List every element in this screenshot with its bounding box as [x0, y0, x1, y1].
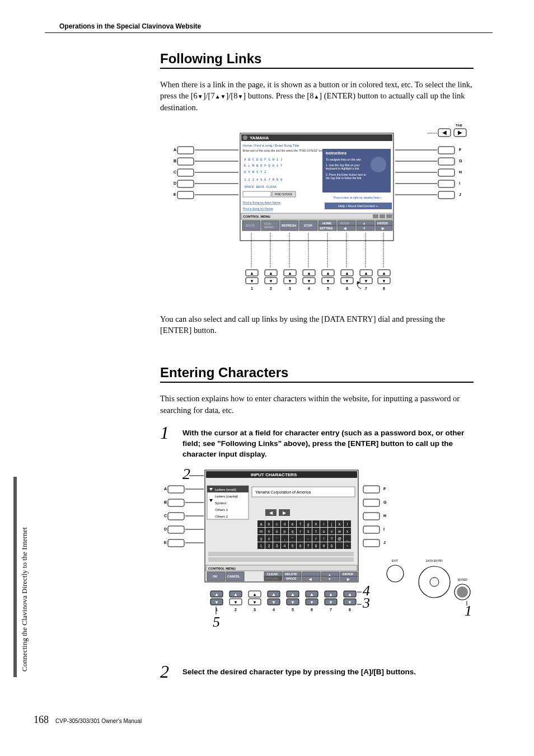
svg-text:6: 6 [299, 544, 302, 548]
svg-text:ENTER: ENTER [343, 572, 353, 576]
sidebar-accent-bar [13, 477, 17, 677]
svg-text:▼: ▼ [382, 279, 386, 284]
svg-rect-162 [363, 513, 380, 520]
svg-text:Letters (capital): Letters (capital) [215, 495, 238, 498]
section-title-entering-characters: Entering Characters [160, 365, 474, 383]
svg-text:▶: ▶ [458, 129, 462, 135]
svg-text:5: 5 [292, 544, 294, 548]
svg-text:@: @ [338, 537, 341, 541]
svg-text:D: D [174, 181, 176, 185]
svg-text:▶: ▶ [381, 227, 385, 230]
svg-text:i: i [324, 522, 324, 526]
svg-text:': ' [277, 537, 277, 541]
svg-text:G: G [459, 159, 462, 163]
svg-text:?: ? [331, 537, 333, 541]
svg-text:3: 3 [254, 608, 256, 612]
svg-point-362 [457, 586, 468, 598]
svg-text:5: 5 [292, 608, 294, 612]
svg-text:Instructions: Instructions [326, 151, 347, 155]
svg-text:j: j [331, 522, 332, 527]
svg-text:t: t [316, 529, 317, 533]
svg-text:6: 6 [311, 608, 313, 612]
svg-text:▲: ▲ [214, 592, 219, 597]
svg-rect-164 [363, 526, 380, 533]
svg-text:G: G [383, 500, 387, 504]
svg-text:C: C [164, 514, 167, 518]
svg-text:REFRESH: REFRESH [282, 224, 296, 227]
svg-text:◀: ◀ [269, 510, 273, 515]
svg-text:w: w [338, 529, 341, 533]
svg-text:9: 9 [323, 544, 325, 548]
svg-text:H: H [459, 170, 462, 174]
svg-text:To navigate links on this site: To navigate links on this site: [326, 158, 362, 161]
svg-text:BOOK: BOOK [340, 222, 350, 225]
svg-point-359 [430, 577, 439, 586]
svg-text:-: - [307, 537, 308, 541]
svg-text:q: q [292, 529, 294, 534]
sidebar-chapter-label: Connecting the Clavinova Directly to the… [20, 504, 29, 672]
svg-rect-82 [338, 226, 355, 231]
svg-text:▲: ▲ [348, 592, 352, 597]
following-links-para1: When there is a link in the page, it is … [160, 79, 474, 113]
figure-following-links: TAB ◀ ▶ A B C D E F G H [160, 121, 474, 306]
svg-text:▲: ▲ [363, 222, 366, 225]
svg-text:m: m [260, 529, 263, 533]
svg-text:I: I [459, 181, 460, 185]
svg-text:B: B [164, 500, 167, 504]
svg-text:▲: ▲ [382, 271, 386, 276]
step-number-1: 1 [160, 424, 171, 442]
svg-text:F: F [383, 487, 386, 491]
svg-text:ENTER: ENTER [458, 578, 467, 581]
svg-text:▲: ▲ [364, 271, 368, 276]
svg-text:o: o [276, 529, 278, 533]
page-header: Operations in the Special Clavinova Webs… [45, 22, 493, 33]
svg-text:Symbol: Symbol [215, 501, 226, 505]
svg-text:8: 8 [315, 544, 317, 548]
svg-text:E: E [174, 192, 176, 196]
svg-text:Others 1: Others 1 [215, 508, 228, 511]
svg-rect-66 [386, 214, 392, 218]
svg-text:▼: ▼ [326, 279, 330, 284]
svg-rect-26 [438, 180, 455, 187]
svg-rect-160 [363, 499, 380, 506]
svg-text:INPUT CHARACTERS: INPUT CHARACTERS [251, 472, 297, 477]
svg-text:BACK: BACK [246, 224, 255, 227]
svg-rect-20 [438, 147, 455, 154]
svg-text:7: 7 [307, 544, 310, 548]
svg-rect-6 [177, 147, 194, 154]
svg-rect-158 [363, 486, 380, 493]
svg-text:▲: ▲ [326, 271, 330, 276]
svg-text:Find a Song by Genre: Find a Song by Genre [243, 207, 273, 210]
svg-text:▲: ▲ [329, 592, 333, 597]
svg-text:f: f [300, 522, 301, 526]
svg-text:▼: ▼ [345, 279, 349, 284]
svg-rect-12 [177, 169, 194, 176]
step-text-1: With the cursor at a field for character… [182, 424, 474, 460]
svg-text:3: 3 [289, 287, 291, 290]
svg-point-356 [387, 565, 404, 582]
svg-text:Find a Song by Artist Name: Find a Song by Artist Name [243, 201, 280, 204]
svg-text:▼: ▼ [271, 600, 276, 605]
svg-text:▲: ▲ [328, 573, 331, 576]
svg-text:a: a [260, 522, 263, 526]
svg-point-58 [371, 157, 386, 172]
svg-text:▼: ▼ [363, 227, 366, 230]
svg-text:▲: ▲ [345, 271, 349, 276]
svg-text:▼: ▼ [269, 279, 273, 284]
svg-rect-24 [438, 169, 455, 176]
svg-rect-64 [373, 214, 378, 218]
svg-text:0: 0 [331, 544, 333, 548]
figure-input-characters: 2 A B C D E F G [160, 464, 474, 655]
svg-text:3: 3 [362, 595, 370, 611]
svg-text:EXIT: EXIT [392, 559, 398, 562]
svg-text:D: D [164, 527, 167, 531]
svg-text:e: e [292, 522, 294, 526]
svg-text:B: B [174, 159, 176, 163]
tab-label: TAB [456, 124, 463, 127]
svg-text:OK: OK [213, 575, 217, 578]
svg-text:▶: ▶ [283, 510, 287, 515]
svg-text:4: 4 [273, 608, 275, 612]
svg-text:A: A [164, 487, 167, 491]
svg-text:7: 7 [365, 287, 367, 290]
section-title-following-links: Following Links [160, 51, 474, 69]
